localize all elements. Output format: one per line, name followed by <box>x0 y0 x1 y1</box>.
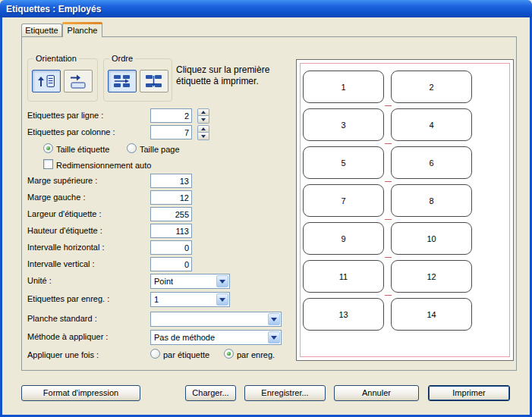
spin-up-button[interactable] <box>197 108 209 116</box>
par-etiquette-label: par étiquette <box>163 350 209 360</box>
preview-label-10[interactable]: 10 <box>391 222 472 255</box>
par-enreg-label: par enreg. <box>237 350 275 360</box>
methode-label: Méthode à appliquer : <box>27 332 108 342</box>
preview-label-1[interactable]: 1 <box>303 71 384 103</box>
per-line-label: Etiquettes par ligne : <box>27 111 103 121</box>
marge-gauche-label: Marge gauche : <box>27 193 85 202</box>
arrow-up-icon <box>201 127 206 130</box>
cut-mark <box>385 143 392 144</box>
dropdown-button[interactable] <box>216 275 228 287</box>
ordre-group-label: Ordre <box>109 54 135 64</box>
preview-sheet[interactable]: 1234567891011121314 <box>296 59 514 361</box>
preview-label-2[interactable]: 2 <box>391 71 472 103</box>
ordre-vertical-icon <box>144 74 164 89</box>
unite-combobox[interactable]: Point <box>150 274 230 289</box>
orientation-portrait-button[interactable] <box>32 70 61 92</box>
chevron-down-icon <box>271 318 277 321</box>
annuler-button[interactable]: Annuler <box>334 385 419 401</box>
etiquettes-par-enreg-value: 1 <box>154 295 159 305</box>
preview-label-4[interactable]: 4 <box>391 108 472 141</box>
titlebar[interactable]: Etiquettes : Employés <box>0 0 532 17</box>
chevron-down-icon <box>219 298 225 302</box>
ordre-horizontal-icon <box>112 74 132 89</box>
preview-label-14[interactable]: 14 <box>391 298 472 331</box>
orientation-landscape-icon <box>68 74 88 89</box>
cut-mark <box>385 219 392 220</box>
taille-etiquette-label: Taille étiquette <box>56 145 109 155</box>
methode-value: Pas de méthode <box>154 333 215 343</box>
spin-up-button[interactable] <box>197 125 209 133</box>
arrow-down-icon <box>201 135 206 138</box>
per-column-input[interactable] <box>150 125 192 140</box>
charger-button[interactable]: Charger... <box>185 385 236 401</box>
hauteur-etiquette-label: Hauteur d'étiquette : <box>27 226 102 236</box>
largeur-etiquette-input[interactable] <box>150 207 192 221</box>
planche-standard-label: Planche standard : <box>27 314 97 324</box>
intervalle-horizontal-label: Intervalle horizontal : <box>27 243 105 252</box>
hauteur-etiquette-input[interactable] <box>150 224 192 238</box>
per-line-input[interactable] <box>150 108 192 123</box>
unite-value: Point <box>154 277 173 287</box>
preview-label-13[interactable]: 13 <box>303 298 384 331</box>
per-line-spinner <box>197 108 209 124</box>
preview-label-5[interactable]: 5 <box>303 146 384 179</box>
preview-label-6[interactable]: 6 <box>391 146 472 179</box>
spin-down-button[interactable] <box>197 116 209 124</box>
etiquettes-par-enreg-label: Etiquettes par enreg. : <box>27 294 109 304</box>
preview-label-9[interactable]: 9 <box>303 222 384 255</box>
orientation-landscape-button[interactable] <box>64 70 93 92</box>
per-column-spinner <box>197 125 209 140</box>
chevron-down-icon <box>271 336 277 340</box>
intervalle-vertical-input[interactable] <box>150 257 192 271</box>
orientation-group-label: Orientation <box>33 54 79 64</box>
arrow-up-icon <box>201 111 206 114</box>
window-title: Etiquettes : Employés <box>6 4 101 14</box>
preview-label-12[interactable]: 12 <box>391 260 472 293</box>
preview-label-8[interactable]: 8 <box>391 184 472 217</box>
taille-page-label: Taille page <box>140 145 180 155</box>
unite-label: Unité : <box>27 276 52 286</box>
redimensionnement-auto-label: Redimensionnement auto <box>56 161 151 171</box>
ordre-vertical-button[interactable] <box>140 70 168 92</box>
dropdown-button[interactable] <box>216 293 228 306</box>
imprimer-button[interactable]: Imprimer <box>428 385 510 401</box>
intervalle-vertical-label: Intervalle vertical : <box>27 259 95 269</box>
checkbox-redimensionnement-auto[interactable] <box>43 159 53 169</box>
arrow-down-icon <box>201 118 206 121</box>
dropdown-button[interactable] <box>268 313 280 325</box>
tab-etiquette[interactable]: Etiquette <box>21 24 62 36</box>
marge-superieure-input[interactable] <box>150 174 192 188</box>
intervalle-horizontal-input[interactable] <box>150 240 192 255</box>
window-frame-left <box>0 17 2 417</box>
dropdown-button[interactable] <box>268 331 280 343</box>
preview-label-7[interactable]: 7 <box>303 184 384 217</box>
preview-label-11[interactable]: 11 <box>303 260 384 293</box>
marge-superieure-label: Marge supérieure : <box>27 176 97 186</box>
radio-taille-page[interactable] <box>127 143 137 153</box>
appliquer-une-fois-label: Appliquer une fois : <box>27 350 99 360</box>
dialog-etiquettes: Etiquettes : Employés Etiquette Planche … <box>0 0 532 417</box>
instruction-text: Cliquez sur la première étiquette à impr… <box>176 64 299 87</box>
cut-mark <box>385 181 392 182</box>
radio-taille-etiquette[interactable] <box>43 143 53 153</box>
cut-mark <box>385 295 392 296</box>
orientation-portrait-icon <box>36 74 56 89</box>
per-column-label: Etiquettes par colonne : <box>27 127 115 137</box>
ordre-horizontal-button[interactable] <box>108 70 137 92</box>
marge-gauche-input[interactable] <box>150 190 192 205</box>
format-impression-button[interactable]: Format d'impression <box>21 385 140 401</box>
tab-planche[interactable]: Planche <box>62 22 102 37</box>
chevron-down-icon <box>219 280 225 284</box>
radio-par-enreg[interactable] <box>224 349 234 359</box>
largeur-etiquette-label: Largeur d'étiquette : <box>27 209 102 219</box>
etiquettes-par-enreg-combobox[interactable]: 1 <box>150 292 230 307</box>
cut-mark <box>385 257 392 258</box>
methode-combobox[interactable]: Pas de méthode <box>150 330 282 345</box>
spin-down-button[interactable] <box>197 133 209 140</box>
enregistrer-button[interactable]: Enregistrer... <box>244 385 326 401</box>
cut-mark <box>385 105 392 106</box>
planche-standard-combobox[interactable] <box>150 312 282 327</box>
preview-label-3[interactable]: 3 <box>303 108 384 141</box>
radio-par-etiquette[interactable] <box>150 349 160 359</box>
